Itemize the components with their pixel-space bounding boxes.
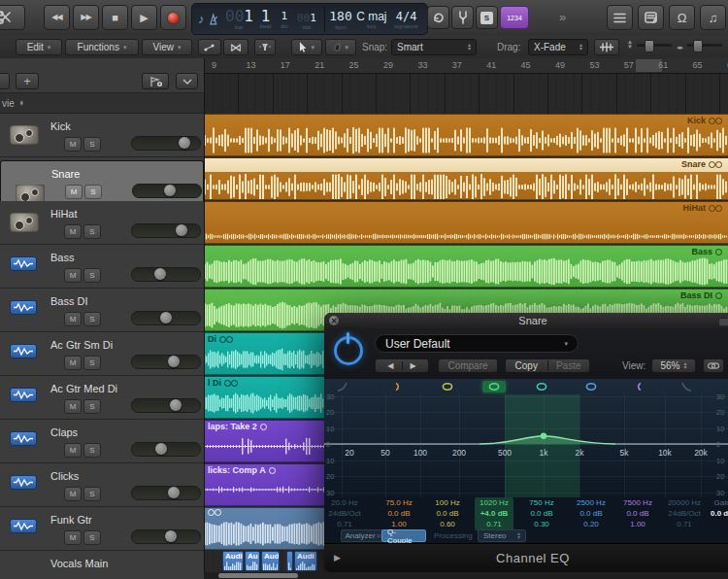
eq-band-6-freq[interactable]: 2500 Hz <box>568 497 614 508</box>
loop-browser-button[interactable]: Ω <box>669 5 695 30</box>
eq-band-3-gain[interactable]: 0.0 dB <box>424 508 471 519</box>
tuner-button[interactable] <box>451 6 474 29</box>
record-button[interactable] <box>160 5 186 30</box>
pointer-tool-menu[interactable]: ▾ <box>291 39 322 55</box>
eq-band-4-freq[interactable]: 1020 Hz <box>471 497 517 508</box>
volume-slider[interactable] <box>131 311 201 325</box>
horizontal-zoom-slider[interactable] <box>687 44 722 47</box>
horizontal-scrollbar[interactable] <box>204 572 728 579</box>
stop-button[interactable]: ■ <box>102 5 128 30</box>
eq-band-8-q[interactable]: 0.71 <box>661 519 708 529</box>
track-header-ac-gtr-sm-di[interactable]: Ac Gtr Sm DiMS <box>0 332 204 376</box>
eq-master-gain-value[interactable]: 0.0 dB <box>699 508 728 519</box>
eq-plot[interactable]: 20501002005001k2k5k10k20k303020201010001… <box>324 394 728 497</box>
play-button[interactable]: ▶ <box>131 5 157 30</box>
region-kick[interactable]: Kick <box>204 114 728 156</box>
eq-graph[interactable]: 20501002005001k2k5k10k20k303020201010001… <box>324 379 728 497</box>
lcd-tempo-field[interactable]: 180 bpm <box>327 4 353 34</box>
mute-button[interactable]: M <box>64 312 82 326</box>
track-header-vocals-main[interactable]: Vocals Main <box>0 551 204 579</box>
volume-knob[interactable] <box>154 268 166 280</box>
volume-slider[interactable] <box>131 267 201 282</box>
solo-mode-button[interactable]: S <box>476 6 498 29</box>
rewind-button[interactable]: ◀◀ <box>44 5 70 30</box>
eq-band-4-gain[interactable]: +4.0 dB <box>471 508 517 519</box>
eq-band-3-q[interactable]: 0.60 <box>424 519 471 529</box>
add-track-button[interactable]: + <box>16 73 39 89</box>
preset-prev-button[interactable]: ◀ <box>380 361 402 370</box>
processing-select[interactable]: Stereo ▴▾ <box>478 529 526 542</box>
region-hihat[interactable]: HiHat <box>204 201 728 244</box>
track-header-hihat[interactable]: HiHatMS <box>0 201 204 245</box>
volume-knob[interactable] <box>155 443 167 455</box>
solo-button[interactable]: S <box>83 312 101 326</box>
volume-slider[interactable] <box>131 136 201 151</box>
solo-button[interactable]: S <box>84 185 102 199</box>
eq-band-6-gain[interactable]: 0.0 dB <box>568 508 614 519</box>
volume-knob[interactable] <box>165 530 177 542</box>
solo-button[interactable]: S <box>83 356 101 370</box>
eq-band-7-freq[interactable]: 7500 Hz <box>614 497 661 508</box>
track-sort-select[interactable]: vie ▴▾ <box>0 92 204 114</box>
eq-band-1-button[interactable] <box>333 381 356 392</box>
eq-band-7-params[interactable]: 7500 Hz0.0 dB1.00 <box>614 497 661 529</box>
solo-button[interactable]: S <box>83 224 101 239</box>
link-button[interactable] <box>703 358 724 373</box>
eq-band-5-q[interactable]: 0.30 <box>518 519 565 529</box>
volume-knob[interactable] <box>179 137 190 149</box>
audio-clip[interactable]: Audi <box>222 551 244 571</box>
plugin-title-bar[interactable]: ✕ Snare <box>324 313 728 329</box>
hide-tracks-button[interactable] <box>142 73 169 89</box>
track-header-bass-di[interactable]: Bass DIMS <box>0 289 204 332</box>
eq-band-1-gain[interactable]: 24dB/Oct <box>321 508 368 519</box>
preset-next-button[interactable]: ▶ <box>403 361 424 370</box>
vertical-zoom-slider[interactable] <box>637 44 672 47</box>
eq-band-1-params[interactable]: 20.0 Hz24dB/Oct0.71 <box>321 497 368 529</box>
volume-slider[interactable] <box>132 184 202 198</box>
vertical-zoom-arrows-icon[interactable]: ▲▼ <box>624 40 636 53</box>
eq-band-5-button[interactable] <box>530 381 553 392</box>
volume-knob[interactable] <box>168 356 180 367</box>
lcd-bar-field[interactable]: 001 bar <box>223 4 255 34</box>
eq-band-4-button[interactable] <box>482 381 506 392</box>
track-header-config-button[interactable] <box>176 73 198 89</box>
eq-band-5-gain[interactable]: 0.0 dB <box>518 508 565 519</box>
preset-select[interactable]: User Default ▾ <box>375 334 579 353</box>
volume-slider[interactable] <box>131 398 201 413</box>
q-couple-button[interactable]: Q-Couple <box>381 529 426 542</box>
track-header-funk-gtr[interactable]: Funk GtrMS <box>0 507 204 551</box>
compare-button[interactable]: Compare <box>438 358 498 373</box>
view-menu[interactable]: View▾ <box>142 39 192 55</box>
volume-slider[interactable] <box>131 355 201 369</box>
track-header-snare[interactable]: SnareMS <box>0 160 204 204</box>
horizontal-zoom-arrows-icon[interactable]: ◂▸ <box>677 44 686 51</box>
more-tools-chevron[interactable]: » <box>559 10 566 24</box>
eq-band-5-params[interactable]: 750 Hz0.0 dB0.30 <box>518 497 565 529</box>
solo-button[interactable]: S <box>83 268 101 283</box>
functions-menu[interactable]: Functions▾ <box>65 39 139 55</box>
mute-button[interactable]: M <box>64 487 82 501</box>
snap-select[interactable]: Smart ▴▾ <box>391 39 477 55</box>
eq-band-2-button[interactable] <box>387 381 411 392</box>
solo-button[interactable]: S <box>83 530 101 545</box>
eq-band-7-q[interactable]: 1.00 <box>614 519 661 529</box>
plugin-sidechain-button[interactable] <box>718 318 728 326</box>
eq-band-7-gain[interactable]: 0.0 dB <box>614 508 661 519</box>
note-pads-button[interactable] <box>638 5 664 30</box>
eq-band-4-params[interactable]: 1020 Hz+4.0 dB0.71 <box>471 497 517 529</box>
lcd-signature-field[interactable]: 4/4 signature <box>389 4 423 34</box>
volume-slider[interactable] <box>131 223 201 238</box>
track-header-kick[interactable]: KickMS <box>0 114 204 157</box>
eq-band-6-button[interactable] <box>579 381 603 392</box>
lcd-tick-field[interactable]: 001 tick <box>293 4 321 34</box>
drag-select[interactable]: X-Fade ▴▾ <box>528 39 588 55</box>
eq-band-2-freq[interactable]: 75.0 Hz <box>376 497 422 508</box>
lcd-beat-field[interactable]: 1 beat <box>255 4 276 34</box>
eq-band-6-q[interactable]: 0.20 <box>568 519 614 529</box>
waveform-zoom-button[interactable] <box>594 39 619 55</box>
eq-band-4-q[interactable]: 0.71 <box>471 519 517 529</box>
secondary-tool-menu[interactable]: ▾ <box>325 39 356 55</box>
eq-band-3-params[interactable]: 100 Hz0.0 dB0.60 <box>424 497 471 529</box>
media-browser-button[interactable]: ♫ <box>700 5 726 30</box>
lcd-div-field[interactable]: 1 div <box>276 4 292 34</box>
